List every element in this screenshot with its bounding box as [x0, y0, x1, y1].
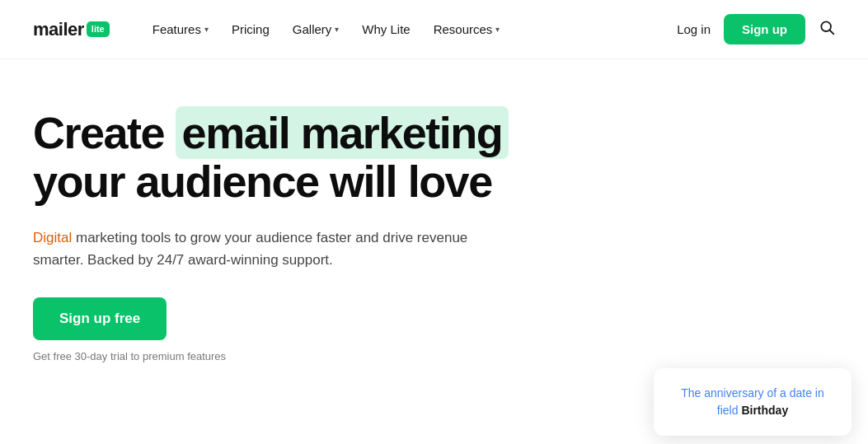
logo-link[interactable]: mailer lite: [33, 19, 110, 40]
nav-signup-button[interactable]: Sign up: [724, 14, 805, 44]
nav-actions: Log in Sign up: [677, 14, 835, 44]
navbar: mailer lite Features ▾ Pricing Gallery ▾…: [0, 0, 868, 59]
floating-card-text: The anniversary of a date in field Birth…: [673, 385, 832, 419]
nav-item-resources[interactable]: Resources ▾: [424, 16, 510, 43]
hero-subtitle-rest: marketing tools to grow your audience fa…: [33, 230, 467, 268]
nav-item-gallery[interactable]: Gallery ▾: [283, 16, 350, 43]
nav-item-pricing[interactable]: Pricing: [222, 16, 279, 43]
hero-highlight: email marketing: [176, 106, 509, 159]
chevron-down-icon: ▾: [335, 25, 339, 34]
floating-card: The anniversary of a date in field Birth…: [654, 368, 852, 436]
hero-cta-note: Get free 30-day trial to premium feature…: [33, 350, 528, 362]
nav-links: Features ▾ Pricing Gallery ▾ Why Lite Re…: [143, 16, 677, 43]
hero-subtitle: Digital marketing tools to grow your aud…: [33, 227, 495, 271]
svg-line-1: [830, 30, 834, 35]
logo-badge: lite: [87, 21, 110, 37]
nav-item-features[interactable]: Features ▾: [143, 16, 218, 43]
chevron-down-icon: ▾: [495, 25, 500, 34]
chevron-down-icon: ▾: [204, 25, 209, 34]
search-icon[interactable]: [819, 19, 835, 40]
hero-subtitle-accent: Digital: [33, 230, 72, 245]
page-wrapper: mailer lite Features ▾ Pricing Gallery ▾…: [0, 0, 868, 444]
hero-signup-button[interactable]: Sign up free: [33, 297, 167, 340]
hero-title: Create email marketing your audience wil…: [33, 109, 528, 207]
hero-section: Create email marketing your audience wil…: [0, 59, 561, 395]
logo-text: mailer: [33, 19, 84, 40]
nav-item-why-lite[interactable]: Why Lite: [352, 16, 420, 43]
floating-card-bold-text: Birthday: [741, 404, 788, 417]
login-link[interactable]: Log in: [677, 22, 711, 36]
